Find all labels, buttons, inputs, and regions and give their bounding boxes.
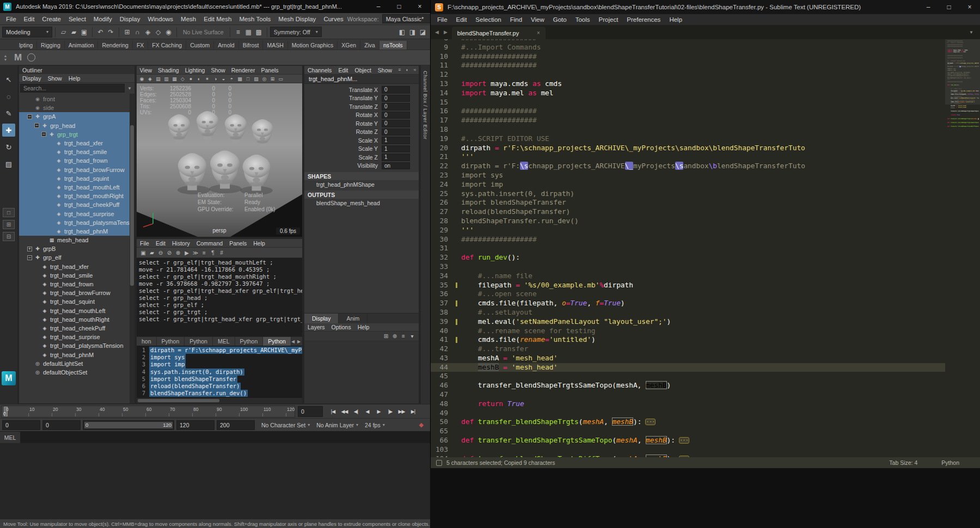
layer-editor-menu-options[interactable]: Options bbox=[328, 324, 354, 330]
tab-overflow-icon[interactable]: ▼ bbox=[963, 30, 980, 35]
stack-trace-icon[interactable]: ≡ bbox=[200, 248, 209, 257]
shelf-tab-rigging[interactable]: Rigging bbox=[37, 41, 65, 50]
tab-scroll-right-icon[interactable]: ▶ bbox=[297, 339, 301, 344]
scrollbar-thumb[interactable] bbox=[130, 125, 134, 286]
play-forward-button[interactable]: ▶ bbox=[373, 406, 384, 417]
go-to-end-button[interactable]: ▶| bbox=[407, 406, 419, 417]
shelf-tab-nstools[interactable]: nsTools bbox=[379, 41, 407, 50]
outliner-item-trgt-head-platysmatension[interactable]: ◈trgt_head_platysmaTension bbox=[19, 218, 134, 227]
sublime-close-button[interactable]: × bbox=[959, 0, 980, 14]
maya-titlebar[interactable]: M Autodesk Maya 2019: C:\Users\wnsch\Doc… bbox=[0, 0, 430, 13]
rotate-tool[interactable]: ↻ bbox=[2, 140, 15, 154]
anim-layer-selector[interactable]: No Anim Layer▾ bbox=[316, 422, 358, 428]
outliner-item-trgt-head-phnm[interactable]: ◈trgt_head_phnM bbox=[19, 350, 134, 359]
snap-grid-icon[interactable]: ⊞ bbox=[122, 27, 132, 38]
film-gate-icon[interactable]: ▭ bbox=[277, 75, 285, 83]
tab-back-icon[interactable]: ◀ bbox=[435, 29, 439, 35]
layer-editor-menu-help[interactable]: Help bbox=[354, 324, 373, 330]
open-script-icon[interactable]: ▰ bbox=[148, 248, 156, 257]
tab-scroll-left-icon[interactable]: ◀ bbox=[291, 339, 295, 344]
layer-editor-menu-layers[interactable]: Layers bbox=[304, 324, 328, 330]
channel-value-field[interactable]: 1 bbox=[382, 137, 410, 144]
playback-start-field[interactable]: 0 bbox=[2, 420, 40, 430]
make-live-icon[interactable]: ◉ bbox=[163, 27, 174, 38]
folded-code-indicator[interactable]: ··· bbox=[679, 437, 689, 444]
viewport-menu-lighting[interactable]: Lighting bbox=[182, 67, 208, 73]
step-forward-key-button[interactable]: ▶▶ bbox=[396, 406, 407, 417]
file-tab[interactable]: blendShapeTransfer.py × bbox=[452, 27, 546, 39]
maya-close-button[interactable]: × bbox=[409, 0, 430, 13]
code-editor[interactable]: 8##################9#...Import Commands1… bbox=[431, 39, 980, 457]
save-script-icon[interactable]: ▣ bbox=[139, 248, 148, 257]
script-tab-hon-0[interactable]: hon bbox=[137, 337, 157, 346]
go-to-start-button[interactable]: |◀ bbox=[327, 406, 339, 417]
sublime-titlebar[interactable]: S F:\schnapp_projects_ARCHIVE\_myProject… bbox=[431, 0, 980, 14]
textured-icon[interactable]: ◐ bbox=[195, 75, 203, 83]
vcs-status-icon[interactable] bbox=[436, 460, 442, 466]
maya-menu-select[interactable]: Select bbox=[65, 16, 90, 22]
symmetry-selector[interactable]: Symmetry: Off▾ bbox=[270, 27, 322, 37]
channel-hyper-icon[interactable]: ≈ bbox=[411, 66, 419, 73]
sublime-menu-tools[interactable]: Tools bbox=[571, 16, 595, 23]
clear-history-icon[interactable]: ⊖ bbox=[156, 248, 165, 257]
maya-menu-create[interactable]: Create bbox=[38, 16, 65, 22]
close-tab-icon[interactable]: × bbox=[537, 30, 540, 36]
playback-end-field[interactable]: 120 bbox=[176, 420, 215, 430]
outliner-item-trgt-head-browfurrow[interactable]: ◈trgt_head_browFurrow bbox=[19, 288, 134, 297]
viewport-menu-shading[interactable]: Shading bbox=[155, 67, 182, 73]
step-forward-frame-button[interactable]: |▶ bbox=[384, 406, 396, 417]
sublime-menu-find[interactable]: Find bbox=[506, 16, 526, 23]
script-editor-menu-file[interactable]: File bbox=[137, 240, 152, 247]
outliner-item-trgt-head-smile[interactable]: ◈trgt_head_smile bbox=[19, 148, 134, 156]
maya-menu-mesh[interactable]: Mesh bbox=[177, 16, 200, 22]
occlusion-icon[interactable]: ◒ bbox=[219, 75, 228, 83]
outliner-item-mesh-head[interactable]: ▦mesh_head bbox=[19, 236, 134, 244]
single-pane-layout[interactable]: □ bbox=[3, 208, 15, 217]
maya-menu-edit[interactable]: Edit bbox=[20, 16, 39, 22]
maya-menu-display[interactable]: Display bbox=[116, 16, 144, 22]
maya-menu-mesh-tools[interactable]: Mesh Tools bbox=[235, 16, 274, 22]
smooth-shade-icon[interactable]: ● bbox=[187, 75, 195, 83]
sublime-maximize-button[interactable]: □ bbox=[939, 0, 959, 14]
isolate-select-icon[interactable]: ◎ bbox=[260, 75, 268, 83]
animation-end-field[interactable]: 200 bbox=[217, 420, 255, 430]
script-editor-menu-history[interactable]: History bbox=[169, 240, 193, 247]
script-editor-input[interactable]: 1dirpath = r'F:\schnapp_projects_ARCHIVE… bbox=[137, 346, 302, 398]
animation-start-field[interactable]: 0 bbox=[42, 420, 81, 430]
syntax-indicator[interactable]: Python bbox=[941, 459, 959, 466]
script-editor-menu-panels[interactable]: Panels bbox=[226, 240, 250, 247]
construction-history-icon[interactable]: ≡ bbox=[233, 27, 243, 38]
channel-value-field[interactable]: 0 bbox=[382, 86, 410, 94]
range-slider[interactable]: 0 120 bbox=[83, 420, 174, 430]
script-tab-python-5[interactable]: Python bbox=[263, 337, 291, 346]
channel-value-field[interactable]: 1 bbox=[382, 154, 410, 161]
shelf-collapse-icon[interactable]: ▲▼ bbox=[2, 51, 9, 64]
sublime-menu-goto[interactable]: Goto bbox=[549, 16, 571, 23]
maya-m-shelf-item[interactable]: M bbox=[13, 52, 23, 63]
tree-expander[interactable]: + bbox=[27, 247, 32, 251]
attribute-editor-toggle-icon[interactable]: ◧ bbox=[397, 27, 407, 38]
outliner-item-defaultobjectset[interactable]: ◎defaultObjectSet bbox=[19, 368, 134, 377]
echo-all-icon[interactable]: ¶ bbox=[209, 248, 217, 257]
snap-plane-icon[interactable]: ◇ bbox=[153, 27, 163, 38]
layer-list[interactable] bbox=[304, 341, 419, 403]
maya-menu-edit-mesh[interactable]: Edit Mesh bbox=[200, 16, 235, 22]
shelf-tab-arnold[interactable]: Arnold bbox=[214, 41, 238, 50]
grid-toggle-icon[interactable]: ⊞ bbox=[268, 75, 277, 83]
outliner-item-grp-trgt[interactable]: −✚grp_trgt bbox=[19, 130, 134, 139]
tool-settings-toggle-icon[interactable]: ◨ bbox=[407, 27, 418, 38]
folded-code-indicator[interactable]: ··· bbox=[645, 419, 656, 425]
bookmark-icon[interactable]: ▥ bbox=[162, 75, 170, 83]
step-back-key-button[interactable]: ◀◀ bbox=[339, 406, 350, 417]
camera-select-icon[interactable]: ◉ bbox=[138, 75, 146, 83]
outliner-item-trgt-head-surprise[interactable]: ◈trgt_head_surprise bbox=[19, 209, 134, 218]
maya-menu-curves[interactable]: Curves bbox=[320, 16, 347, 22]
viewport-menu-show[interactable]: Show bbox=[208, 67, 228, 73]
undo-icon[interactable]: ↶ bbox=[95, 27, 106, 38]
sublime-minimize-button[interactable]: – bbox=[918, 0, 939, 14]
channel-box-object-name[interactable]: trgt_head_phnM... bbox=[304, 75, 419, 84]
motion-blur-icon[interactable]: ◓ bbox=[228, 75, 236, 83]
sublime-menu-preferences[interactable]: Preferences bbox=[622, 16, 665, 23]
shelf-tab-animation[interactable]: Animation bbox=[65, 41, 99, 50]
shelf-tab-fx[interactable]: FX bbox=[133, 41, 148, 50]
